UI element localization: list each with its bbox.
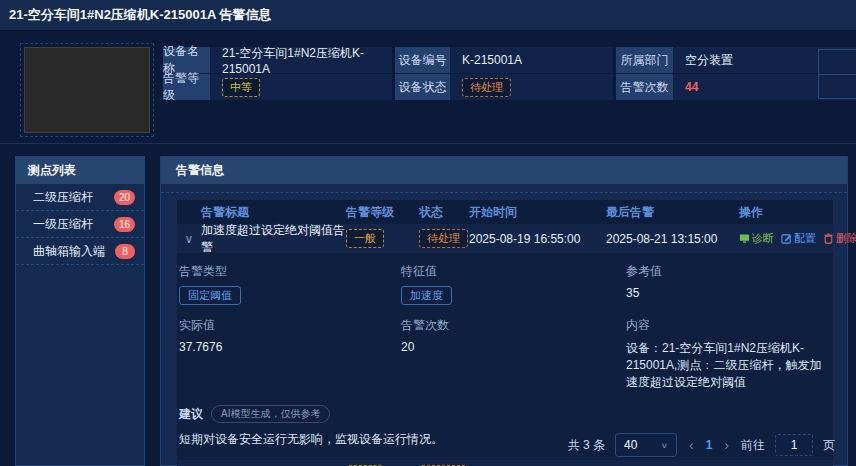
info-panel-edge-box (818, 49, 856, 99)
edit-icon (781, 233, 792, 244)
actual-value: 37.7676 (179, 340, 401, 354)
point-label: 二级压缩杆 (33, 189, 93, 206)
page-size-select[interactable]: 40 ∨ (615, 433, 677, 457)
col-actions: 操作 (739, 204, 833, 221)
alarm-table-header: 告警标题 告警等级 状态 开始时间 最后告警 操作 (177, 200, 833, 224)
diagnose-button[interactable]: 诊断 (739, 231, 774, 246)
measure-point-panel-title: 测点列表 (16, 157, 144, 184)
detail-feature: 特征值 加速度 (401, 263, 626, 305)
point-alarm-count-badge: 8 (115, 244, 135, 259)
device-status-label: 设备状态 (395, 74, 450, 100)
delete-label: 删除 (836, 231, 856, 246)
device-name-value: 21-空分车间1#N2压缩机K-215001A (210, 47, 392, 73)
device-info-row: 设备名称 21-空分车间1#N2压缩机K-215001A 设备编号 K-2150… (163, 47, 856, 73)
col-level: 告警等级 (346, 204, 419, 221)
chevron-down-icon: ∨ (661, 441, 668, 450)
detail-actual: 实际值 37.7676 (179, 317, 401, 391)
alarm-count-label: 告警次数 (616, 74, 673, 100)
reference-label: 参考值 (626, 263, 823, 280)
suggestion-label: 建议 (179, 406, 203, 423)
col-start-time: 开始时间 (469, 204, 606, 221)
goto-label: 前往 (741, 437, 765, 454)
status-pending-badge: 待处理 (419, 229, 468, 248)
alarm-row-1[interactable]: ∨ 加速度超过设定绝对阈值告警 一般 待处理 2025-08-19 16:55:… (177, 224, 833, 253)
content-label: 内容 (626, 317, 823, 334)
point-alarm-count-badge: 20 (114, 190, 135, 205)
level-medium-badge: 中等 (222, 78, 260, 97)
alarm-actions: 诊断 配置 删除 (739, 231, 833, 246)
ai-generated-pill: AI模型生成，仅供参考 (211, 405, 330, 423)
prev-page-button[interactable]: ‹ (687, 437, 696, 453)
diagnose-icon (739, 233, 750, 244)
diagnose-label: 诊断 (752, 231, 774, 246)
total-count: 共 3 条 (568, 437, 605, 454)
alarm-type-tag: 固定阈值 (179, 286, 241, 305)
alarm-status-cell: 待处理 (419, 229, 469, 248)
status-pending-badge: 待处理 (462, 78, 511, 97)
panel-dashed-divider (161, 192, 847, 193)
trash-icon (823, 233, 834, 244)
page-size-value: 40 (624, 438, 637, 452)
pagination: 共 3 条 40 ∨ ‹ 1 › 前往 页 (568, 433, 835, 457)
detail-alarm-count: 告警次数 20 (401, 317, 626, 391)
col-title: 告警标题 (201, 204, 346, 221)
reference-value: 35 (626, 286, 823, 300)
goto-page-input[interactable] (775, 434, 813, 456)
measure-point-panel: 测点列表 二级压缩杆 20 一级压缩杆 16 曲轴箱输入端 8 (15, 156, 145, 466)
device-code-value: K-215001A (450, 47, 613, 73)
section-divider (0, 143, 856, 144)
alarm-level-label: 告警等级 (163, 74, 210, 100)
chevron-down-icon[interactable]: ∨ (177, 232, 201, 246)
alarm-row-2[interactable]: › 温度超过设定绝对阈值告警 中等 待处理 2025-08-19 16:55:0… (177, 460, 833, 466)
detail-content: 内容 设备：21-空分车间1#N2压缩机K-215001A,测点：二级压缩杆，触… (626, 317, 823, 391)
sidebar-item-point-2[interactable]: 一级压缩杆 16 (16, 211, 144, 238)
feature-label: 特征值 (401, 263, 626, 280)
sidebar-item-point-3[interactable]: 曲轴箱输入端 8 (16, 238, 144, 265)
alarm-title: 加速度超过设定绝对阈值告警 (201, 222, 346, 256)
alarm-info-panel: 告警信息 告警标题 告警等级 状态 开始时间 最后告警 操作 ∨ 加速度超过设定… (160, 156, 848, 466)
delete-button[interactable]: 删除 (823, 231, 856, 246)
page-unit-label: 页 (823, 437, 835, 454)
detail-count-label: 告警次数 (401, 317, 626, 334)
alarm-count-number: 44 (685, 80, 698, 94)
page-title: 21-空分车间1#N2压缩机K-215001A 告警信息 (9, 6, 271, 24)
device-status-value: 待处理 (450, 74, 613, 100)
device-info-table: 设备名称 21-空分车间1#N2压缩机K-215001A 设备编号 K-2150… (163, 47, 856, 101)
level-general-badge: 一般 (346, 229, 384, 248)
configure-label: 配置 (794, 231, 816, 246)
current-page-button[interactable]: 1 (706, 438, 713, 452)
point-label: 一级压缩杆 (33, 216, 93, 233)
alarm-table: 告警标题 告警等级 状态 开始时间 最后告警 操作 ∨ 加速度超过设定绝对阈值告… (177, 200, 833, 466)
actual-label: 实际值 (179, 317, 401, 334)
device-info-row: 告警等级 中等 设备状态 待处理 告警次数 44 (163, 74, 856, 100)
next-page-button[interactable]: › (722, 437, 731, 453)
device-photo (24, 47, 150, 133)
page-header: 21-空分车间1#N2压缩机K-215001A 告警信息 (0, 0, 856, 30)
point-alarm-count-badge: 16 (114, 217, 135, 232)
alarm-level-value: 中等 (210, 74, 392, 100)
feature-tag: 加速度 (401, 286, 452, 305)
alarm-start-time: 2025-08-19 16:55:00 (469, 232, 606, 246)
alarm-type-label: 告警类型 (179, 263, 401, 280)
content-text: 设备：21-空分车间1#N2压缩机K-215001A,测点：二级压缩杆，触发加速… (626, 340, 823, 391)
alarm-detail-expanded: 告警类型 固定阈值 特征值 加速度 参考值 35 实际值 37.7676 告警次… (177, 253, 833, 460)
alarm-level-cell: 一般 (346, 229, 419, 248)
point-label: 曲轴箱输入端 (33, 243, 105, 260)
detail-count-value: 20 (401, 340, 626, 354)
detail-reference: 参考值 35 (626, 263, 823, 305)
sidebar-item-point-1[interactable]: 二级压缩杆 20 (16, 184, 144, 211)
alarm-info-panel-title: 告警信息 (161, 157, 847, 184)
col-status: 状态 (419, 204, 469, 221)
device-code-label: 设备编号 (395, 47, 450, 73)
device-dept-label: 所属部门 (616, 47, 673, 73)
alarm-last-time: 2025-08-21 13:15:00 (606, 232, 739, 246)
col-last-alarm: 最后告警 (606, 204, 739, 221)
detail-alarm-type: 告警类型 固定阈值 (179, 263, 401, 305)
configure-button[interactable]: 配置 (781, 231, 816, 246)
